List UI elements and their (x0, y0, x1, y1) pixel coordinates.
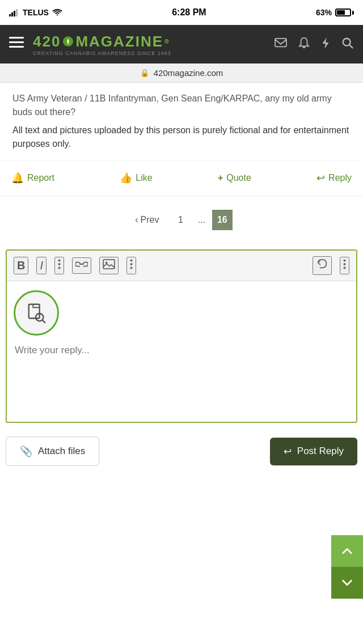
post-reply-label: Post Reply (297, 446, 344, 457)
svg-point-21 (130, 267, 133, 269)
svg-marker-10 (323, 37, 329, 48)
image-button[interactable] (99, 257, 119, 274)
svg-rect-9 (275, 38, 286, 46)
file-search-container (7, 281, 356, 340)
page-dots: ... (197, 215, 205, 225)
svg-rect-2 (14, 11, 15, 16)
reply-button[interactable]: ↩ Reply (314, 167, 354, 189)
svg-rect-17 (103, 260, 115, 269)
lightning-icon[interactable] (321, 37, 330, 52)
search-icon[interactable] (341, 37, 354, 52)
status-time: 6:28 PM (172, 7, 206, 18)
nav-right (275, 37, 354, 52)
url-bar[interactable]: 🔒 420magazine.com (0, 63, 363, 83)
post-reply-button[interactable]: ↩ Post Reply (270, 438, 357, 465)
nav-left: 420 MAGAZINE ® CREATING CANNABIS AWARENE… (9, 33, 171, 56)
scroll-up-button[interactable] (331, 535, 363, 567)
reply-label: Reply (328, 173, 352, 183)
battery-icon (335, 9, 354, 16)
wifi-icon (52, 9, 62, 16)
svg-rect-0 (9, 14, 11, 16)
file-search-icon (14, 290, 59, 336)
scroll-navigation (331, 535, 363, 599)
svg-point-23 (344, 263, 346, 265)
reply-editor: B I (6, 249, 357, 423)
prev-arrow-icon: ‹ (135, 215, 138, 225)
signal-icon (9, 9, 19, 16)
quote-button[interactable]: + Quote (216, 168, 254, 188)
svg-point-19 (130, 260, 133, 262)
quote-icon: + (218, 173, 223, 183)
prev-label: Prev (141, 215, 159, 225)
svg-point-15 (58, 267, 61, 269)
carrier-name: TELUS (23, 8, 49, 17)
svg-rect-3 (16, 9, 18, 16)
logo[interactable]: 420 MAGAZINE ® CREATING CANNABIS AWARENE… (33, 33, 171, 56)
like-button[interactable]: 👍 Like (117, 167, 154, 189)
lock-icon: 🔒 (140, 69, 149, 77)
svg-rect-4 (9, 37, 24, 39)
logo-subtitle: CREATING CANNABIS AWARENESS SINCE 1993 (33, 50, 171, 56)
like-label: Like (136, 173, 152, 183)
svg-line-12 (349, 44, 353, 48)
reply-textarea[interactable] (7, 340, 356, 420)
post-reply-arrow-icon: ↩ (284, 446, 292, 457)
svg-rect-6 (9, 46, 24, 48)
paperclip-icon: 📎 (20, 445, 32, 457)
logo-leaf-icon (62, 35, 74, 48)
svg-rect-5 (9, 41, 24, 43)
reply-icon: ↩ (316, 172, 325, 184)
scroll-down-button[interactable] (331, 567, 363, 599)
attach-label: Attach files (38, 446, 85, 457)
quote-label: Quote (226, 173, 251, 183)
hamburger-menu-icon[interactable] (9, 37, 24, 52)
post-body: All text and pictures uploaded by this p… (12, 124, 351, 151)
svg-point-24 (344, 267, 346, 269)
attach-files-button[interactable]: 📎 Attach files (6, 437, 99, 466)
battery-percentage: 63% (316, 8, 332, 17)
report-icon: 🔔 (11, 172, 24, 184)
prev-page-button[interactable]: ‹ Prev (130, 213, 163, 227)
url-text: 420magazine.com (154, 68, 223, 78)
nav-bar: 420 MAGAZINE ® CREATING CANNABIS AWARENE… (0, 25, 363, 63)
more-options-button-2[interactable] (126, 257, 136, 274)
svg-rect-25 (29, 304, 40, 319)
status-carrier: TELUS (9, 8, 62, 17)
status-bar: TELUS 6:28 PM 63% (0, 0, 363, 25)
more-options-button-1[interactable] (54, 257, 64, 274)
more-options-button-3[interactable] (340, 257, 349, 274)
svg-line-27 (42, 320, 45, 323)
post-content: US Army Veteran / 11B Infantryman, Gen S… (0, 83, 363, 160)
link-button[interactable] (72, 257, 91, 274)
svg-point-14 (58, 263, 61, 265)
page-current-button[interactable]: 16 (212, 210, 233, 230)
messages-icon[interactable] (275, 38, 287, 51)
status-battery-area: 63% (316, 8, 354, 17)
svg-rect-1 (11, 12, 13, 16)
svg-point-22 (344, 260, 346, 262)
like-icon: 👍 (120, 172, 132, 184)
editor-toolbar: B I (7, 251, 356, 281)
svg-point-20 (130, 263, 133, 265)
report-button[interactable]: 🔔 Report (9, 167, 57, 189)
svg-point-11 (343, 38, 351, 45)
notifications-icon[interactable] (298, 37, 310, 52)
undo-button[interactable] (313, 256, 332, 275)
svg-point-13 (58, 260, 61, 262)
post-truncated-top: US Army Veteran / 11B Infantryman, Gen S… (12, 92, 351, 119)
report-label: Report (27, 173, 54, 183)
pagination: ‹ Prev 1 ... 16 (0, 196, 363, 244)
logo-text: 420 MAGAZINE ® (33, 33, 170, 50)
bottom-bar: 📎 Attach files ↩ Post Reply (0, 427, 363, 475)
page-1-button[interactable]: 1 (170, 210, 191, 230)
action-bar: 🔔 Report 👍 Like + Quote ↩ Reply (0, 160, 363, 196)
italic-button[interactable]: I (36, 257, 47, 274)
bold-button[interactable]: B (14, 257, 28, 274)
